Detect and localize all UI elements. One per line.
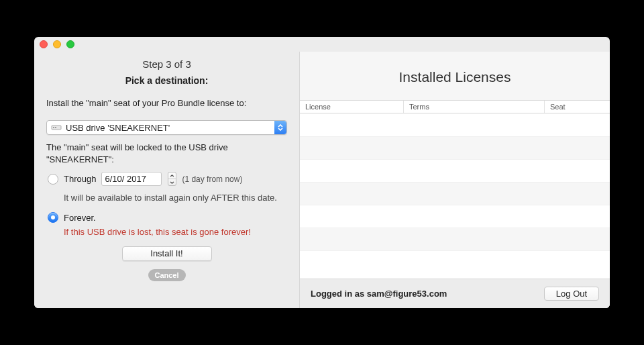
date-stepper[interactable] [168, 172, 176, 186]
logged-in-email: sam@figure53.com [367, 289, 447, 299]
table-row [300, 159, 610, 182]
column-license[interactable]: License [300, 101, 404, 113]
licenses-footer: Logged in as sam@figure53.com Log Out [300, 279, 610, 308]
table-row [300, 205, 610, 228]
logged-in-label: Logged in as sam@figure53.com [311, 289, 447, 299]
radio-through[interactable] [48, 174, 58, 185]
pick-destination-heading: Pick a destination: [46, 75, 287, 86]
window-content: Step 3 of 3 Pick a destination: Install … [34, 52, 610, 308]
licenses-table-body [300, 113, 610, 279]
svg-rect-2 [55, 127, 56, 128]
destination-select[interactable]: USB drive 'SNEAKERNET' [46, 120, 287, 135]
radio-through-label: Through [64, 174, 96, 184]
radio-forever[interactable] [48, 212, 58, 223]
step-indicator: Step 3 of 3 [46, 58, 287, 70]
svg-rect-1 [53, 127, 54, 128]
through-date-value: 6/10/ 2017 [105, 174, 146, 184]
installed-licenses-title: Installed Licenses [300, 52, 610, 100]
window-minimize-button[interactable] [53, 40, 61, 48]
licenses-window: Step 3 of 3 Pick a destination: Install … [34, 37, 610, 308]
radio-forever-label: Forever. [64, 213, 96, 223]
through-date-field[interactable]: 6/10/ 2017 [101, 172, 162, 186]
column-terms[interactable]: Terms [404, 101, 545, 113]
through-relative-note: (1 day from now) [182, 175, 242, 184]
column-seat[interactable]: Seat [545, 101, 610, 113]
through-sub-note: It will be available to install again on… [64, 193, 287, 203]
cancel-button[interactable]: Cancel [148, 269, 186, 281]
forever-warning: If this USB drive is lost, this seat is … [64, 227, 287, 237]
window-titlebar [34, 37, 610, 52]
usb-drive-icon [51, 124, 62, 132]
stepper-down-icon [168, 179, 176, 185]
table-row [300, 136, 610, 159]
option-through-row: Through 6/10/ 2017 (1 day from now) [46, 172, 287, 186]
install-panel: Step 3 of 3 Pick a destination: Install … [34, 52, 299, 308]
table-row [300, 113, 610, 136]
select-caret-icon [274, 121, 286, 134]
logout-button[interactable]: Log Out [544, 287, 599, 301]
stepper-up-icon [168, 172, 176, 179]
install-instruction: Install the "main" seat of your Pro Bund… [46, 98, 287, 108]
table-row [300, 182, 610, 205]
lock-info-text: The "main" seat will be locked to the US… [46, 142, 287, 165]
table-row [300, 250, 610, 273]
window-close-button[interactable] [40, 40, 48, 48]
install-button[interactable]: Install It! [122, 246, 212, 261]
licenses-table-header: License Terms Seat [300, 100, 610, 113]
window-zoom-button[interactable] [66, 40, 74, 48]
option-forever-row: Forever. [46, 212, 287, 223]
installed-licenses-panel: Installed Licenses License Terms Seat Lo… [299, 52, 610, 308]
table-row [300, 228, 610, 250]
destination-select-value: USB drive 'SNEAKERNET' [66, 123, 170, 133]
logged-in-prefix: Logged in as [311, 289, 367, 299]
